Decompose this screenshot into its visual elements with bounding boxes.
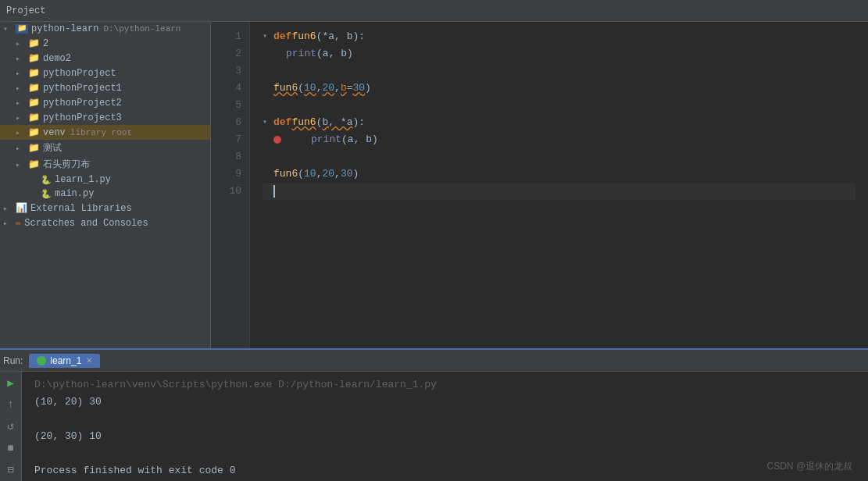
paren-close-7: ) [372, 131, 378, 148]
bottom-panel: Run: learn_1 ✕ ▶ ↑ ↺ ■ ⊟ D:\python-learn… [0, 348, 868, 481]
line-num-9: 9 [211, 166, 241, 183]
item-scratches-arrow [3, 219, 16, 228]
run-button[interactable]: ▶ [2, 375, 20, 392]
sidebar-item-2[interactable]: 📁 2 [0, 36, 210, 51]
item-pp3-label: pythonProject3 [43, 112, 122, 123]
fold-4: ▾ [263, 80, 273, 97]
code-line-2: ▾ print(a, b) [263, 45, 855, 62]
root-name: python-learn [31, 23, 98, 34]
item-pp2-arrow [16, 98, 28, 108]
line-num-4: 4 [211, 80, 241, 97]
paren-close-1: ): [352, 28, 365, 45]
paren-1: ( [316, 28, 323, 45]
item-2-label: 2 [43, 38, 48, 49]
comma-9a: , [316, 166, 323, 183]
fold-10: ▾ [263, 183, 273, 200]
param-7: a, b [348, 131, 372, 148]
run-tab-icon [37, 356, 46, 365]
comma-4b: , [334, 80, 341, 97]
item-demo2-arrow [16, 54, 28, 63]
line-num-3: 3 [211, 62, 241, 80]
item-test-arrow [16, 144, 28, 153]
root-arrow [3, 24, 16, 34]
top-bar: Project [0, 0, 868, 22]
editor-area: 1 2 3 4 5 6 7 8 9 10 ▾ def fun6(*a, b): [211, 22, 868, 348]
run-tab-close[interactable]: ✕ [86, 356, 92, 365]
code-line-5 [263, 97, 855, 114]
print-button[interactable]: ⊟ [2, 461, 20, 478]
num-20-9: 20 [322, 166, 334, 183]
root-path: D:\python-learn [103, 24, 180, 34]
sidebar-item-test[interactable]: 📁 测试 [0, 140, 210, 156]
stop-button[interactable]: ■ [2, 440, 20, 457]
fold-1[interactable]: ▾ [263, 28, 273, 45]
line-numbers: 1 2 3 4 5 6 7 8 9 10 [211, 22, 250, 348]
sidebar-item-rjj[interactable]: 📁 石头剪刀布 [0, 156, 210, 173]
item-scratches-icon: ✏️ [16, 217, 21, 229]
run-label: Run: [3, 355, 23, 366]
code-line-4: ▾ fun6(10, 20, b=30) [263, 80, 855, 97]
process-line: Process finished with exit code 0 [34, 462, 855, 479]
run-tab-learn1[interactable]: learn_1 ✕ [29, 354, 100, 368]
item-extlibs-label: External Libraries [30, 203, 132, 214]
builtin-print-7: print [311, 131, 341, 148]
sidebar-item-pythonProject2[interactable]: 📁 pythonProject2 [0, 95, 210, 110]
paren-4a: ( [298, 80, 304, 97]
run-tabs-bar: Run: learn_1 ✕ [0, 350, 868, 372]
code-editor[interactable]: ▾ def fun6(*a, b): ▾ print(a, b) ▾ fun6(… [250, 22, 868, 348]
sidebar-item-main[interactable]: 🐍 main.py [0, 187, 210, 201]
paren-7: ( [341, 131, 348, 148]
sidebar-item-pythonProject3[interactable]: 📁 pythonProject3 [0, 110, 210, 125]
paren-close-4: ) [365, 80, 371, 97]
watermark: CSDN @退休的龙叔 [766, 460, 852, 473]
sidebar-item-pythonProject[interactable]: 📁 pythonProject [0, 66, 210, 80]
fn-fun6-1: fun6 [291, 28, 316, 45]
scroll-up-button[interactable]: ↑ [2, 397, 20, 414]
sidebar-item-pythonProject1[interactable]: 📁 pythonProject1 [0, 80, 210, 95]
output-line-2 [34, 411, 855, 428]
item-pp1-arrow [16, 84, 28, 93]
rerun-button[interactable]: ↺ [2, 418, 20, 435]
builtin-print-2: print [286, 45, 316, 62]
eq-4: = [347, 80, 353, 97]
num-10-4: 10 [304, 80, 316, 97]
line-num-5: 5 [211, 97, 241, 114]
fold-9: ▾ [263, 166, 273, 183]
num-20-4: 20 [322, 80, 334, 97]
bottom-panel-container: ▶ ↑ ↺ ■ ⊟ D:\python-learn\venv\Scripts\p… [0, 372, 868, 481]
item-main-icon: 🐍 [41, 189, 52, 199]
line-num-10: 10 [211, 183, 241, 200]
item-test-icon: 📁 [28, 142, 40, 154]
sidebar-item-demo2[interactable]: 📁 demo2 [0, 51, 210, 66]
paren-close-6: ): [352, 114, 365, 131]
fn-fun6-9: fun6 [273, 166, 298, 183]
output-line-3: (20, 30) 10 [34, 428, 855, 445]
code-line-1: ▾ def fun6(*a, b): [263, 28, 855, 45]
breakpoint-7 [273, 136, 281, 144]
code-panel: 1 2 3 4 5 6 7 8 9 10 ▾ def fun6(*a, b): [211, 22, 868, 348]
sidebar-item-scratches[interactable]: ✏️ Scratches and Consoles [0, 216, 210, 230]
code-line-7: ▾ print(a, b) [263, 131, 855, 148]
item-pp1-icon: 📁 [28, 82, 40, 94]
item-pp1-label: pythonProject1 [43, 83, 122, 94]
sidebar-item-learn1[interactable]: 🐍 learn_1.py [0, 173, 210, 187]
paren-9a: ( [298, 166, 304, 183]
panel-toolbar: ▶ ↑ ↺ ■ ⊟ [0, 372, 22, 481]
num-30-9: 30 [341, 166, 353, 183]
sidebar-item-extlibs[interactable]: 📊 External Libraries [0, 201, 210, 216]
run-output: D:\python-learn\venv\Scripts\python.exe … [22, 372, 868, 481]
item-venv-label: venv [43, 127, 66, 138]
kw-def-6: def [273, 114, 291, 131]
item-venv-tag: library root [70, 128, 132, 137]
paren-close-9: ) [352, 166, 359, 183]
code-line-9: ▾ fun6(10, 20, 30) [263, 166, 855, 183]
sidebar-item-venv[interactable]: 📁 venv library root [0, 125, 210, 140]
num-30-4: 30 [353, 80, 366, 97]
fold-6[interactable]: ▾ [263, 114, 273, 131]
item-venv-icon: 📁 [28, 126, 40, 138]
comma-4a: , [316, 80, 323, 97]
item-pp-label: pythonProject [43, 68, 116, 79]
item-pp-arrow [16, 69, 28, 78]
sidebar-root[interactable]: 📁 python-learn D:\python-learn [0, 22, 210, 36]
item-test-label: 测试 [43, 141, 62, 155]
